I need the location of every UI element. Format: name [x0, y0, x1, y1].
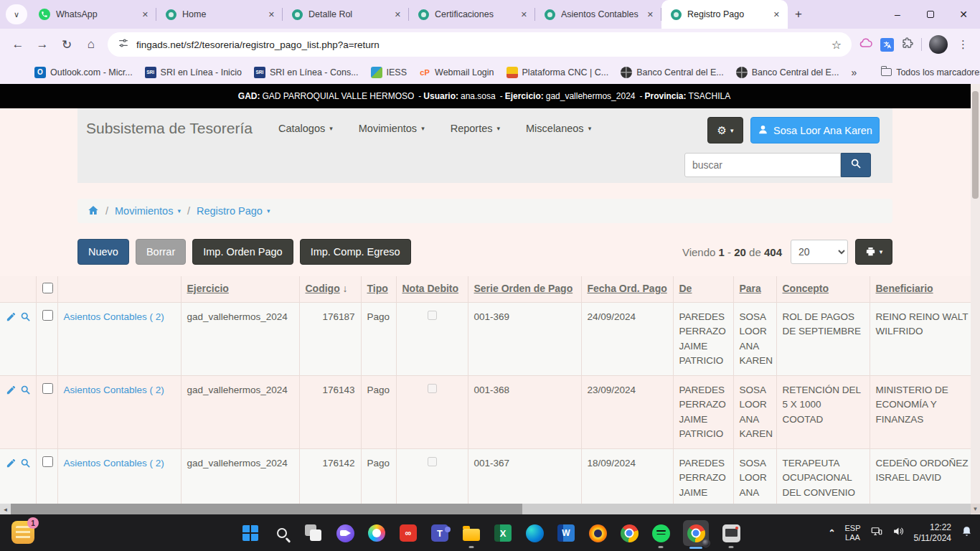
tab-close-icon[interactable]: ✕	[140, 9, 151, 20]
search-button[interactable]	[841, 153, 871, 177]
translate-icon[interactable]	[880, 38, 894, 52]
url-bar[interactable]: fingads.net/sf2/tesoreria/registro_pago_…	[108, 32, 852, 57]
forward-button[interactable]: →	[30, 32, 55, 57]
edit-icon[interactable]	[6, 311, 17, 326]
language-indicator[interactable]: ESP LAA	[844, 524, 860, 542]
copilot-button[interactable]	[367, 524, 386, 542]
word-button[interactable]: W	[557, 524, 575, 542]
breadcrumb-movimientos[interactable]: Movimientos▾	[115, 205, 181, 217]
menu-movimientos[interactable]: Movimientos▾	[359, 123, 425, 134]
header-ejercicio[interactable]: Ejercicio	[181, 276, 299, 303]
user-account-button[interactable]: Sosa Loor Ana Karen	[750, 117, 880, 143]
menu-catalogos[interactable]: Catalogos▾	[278, 123, 333, 134]
header-tipo[interactable]: Tipo	[361, 276, 396, 303]
edit-icon[interactable]	[6, 458, 17, 473]
bookmark-webmail[interactable]: cPWebmail Login	[419, 67, 494, 78]
row-checkbox[interactable]	[42, 456, 53, 467]
nuevo-button[interactable]: Nuevo	[77, 239, 129, 265]
new-tab-button[interactable]: +	[788, 0, 809, 29]
vertical-scrollbar-thumb[interactable]	[972, 91, 979, 199]
spotify-button[interactable]	[651, 524, 670, 542]
bookmark-star-icon[interactable]: ☆	[831, 38, 842, 52]
tab-close-icon[interactable]: ✕	[645, 9, 656, 20]
extensions-puzzle-icon[interactable]	[901, 37, 914, 52]
search-input[interactable]	[684, 153, 841, 177]
notification-bell-icon[interactable]	[961, 525, 973, 540]
bookmarks-overflow-icon[interactable]: »	[851, 67, 857, 78]
volume-icon[interactable]	[892, 525, 905, 540]
scroll-left-arrow-icon[interactable]: ◂	[0, 504, 11, 514]
header-codigo[interactable]: Codigo ↓	[299, 276, 361, 303]
file-explorer-button[interactable]	[462, 524, 481, 542]
experiment-cloud-icon[interactable]	[859, 36, 873, 53]
tab-home[interactable]: Home ✕	[156, 0, 283, 29]
page-size-select[interactable]: 20	[791, 240, 848, 264]
view-icon[interactable]	[20, 458, 31, 473]
adobe-acrobat-button[interactable]: ∞	[399, 524, 418, 542]
horizontal-scrollbar[interactable]: ◂	[0, 504, 971, 514]
scroll-down-arrow-icon[interactable]: ▼	[971, 504, 980, 514]
tab-whatsapp[interactable]: WhatsApp ✕	[30, 0, 156, 29]
bookmark-cnc[interactable]: Plataforma CNC | C...	[507, 67, 609, 78]
edit-icon[interactable]	[6, 385, 17, 400]
home-icon[interactable]	[88, 204, 99, 218]
home-button[interactable]: ⌂	[79, 32, 103, 57]
tab-close-icon[interactable]: ✕	[266, 9, 277, 20]
asientos-contables-link[interactable]: Asientos Contables ( 2)	[64, 458, 164, 468]
back-button[interactable]: ←	[6, 32, 30, 57]
view-icon[interactable]	[20, 311, 31, 326]
tab-close-icon[interactable]: ✕	[392, 9, 403, 20]
select-all-checkbox[interactable]	[42, 283, 53, 293]
reload-button[interactable]: ↻	[55, 32, 79, 57]
header-nota-debito[interactable]: Nota Debito	[396, 276, 468, 303]
tab-search-chevron-icon[interactable]: ∨	[6, 4, 27, 24]
asientos-contables-link[interactable]: Asientos Contables ( 2)	[64, 385, 164, 395]
tab-detalle-rol[interactable]: Detalle Rol ✕	[283, 0, 409, 29]
task-view-button[interactable]	[304, 524, 323, 542]
chrome-button[interactable]	[620, 524, 639, 542]
browser-menu-icon[interactable]: ⋮	[955, 38, 971, 51]
borrar-button[interactable]: Borrar	[136, 239, 186, 265]
excel-button[interactable]: X	[494, 524, 512, 542]
bookmark-banco-central-2[interactable]: Banco Central del E...	[736, 67, 839, 78]
maximize-button[interactable]	[914, 0, 947, 29]
network-icon[interactable]	[870, 525, 883, 541]
profile-avatar[interactable]	[929, 35, 948, 54]
header-de[interactable]: De	[673, 276, 733, 303]
edge-button[interactable]	[525, 524, 544, 542]
bookmark-sri-inicio[interactable]: SRISRI en Línea - Inicio	[145, 67, 242, 78]
header-para[interactable]: Para	[733, 276, 776, 303]
header-beneficiario[interactable]: Beneficiario	[870, 276, 971, 303]
header-serie[interactable]: Serie Orden de Pago	[468, 276, 581, 303]
taskbar-search-button[interactable]	[273, 524, 291, 542]
vertical-scrollbar[interactable]: ▼	[971, 84, 980, 514]
header-fecha[interactable]: Fecha Ord. Pago	[581, 276, 673, 303]
url-text[interactable]: fingads.net/sf2/tesoreria/registro_pago_…	[136, 39, 831, 50]
print-button[interactable]: ▾	[855, 239, 892, 265]
tab-close-icon[interactable]: ✕	[771, 9, 782, 20]
settings-gear-button[interactable]: ⚙▾	[707, 117, 743, 143]
tab-registro-pago-active[interactable]: Registro Pago ✕	[661, 0, 788, 29]
clock[interactable]: 12:22 5/11/2024	[914, 522, 952, 544]
remote-app-button[interactable]	[722, 524, 740, 542]
all-bookmarks-folder[interactable]: Todos los marcadores	[881, 67, 980, 77]
chrome-active-button[interactable]	[683, 520, 709, 546]
tray-chevron-icon[interactable]: ⌃	[828, 528, 835, 538]
row-checkbox[interactable]	[42, 383, 53, 394]
site-info-icon[interactable]	[118, 37, 129, 52]
view-icon[interactable]	[20, 385, 31, 400]
firefox-button[interactable]	[588, 524, 607, 542]
widgets-button[interactable]: 1	[11, 521, 34, 544]
tab-close-icon[interactable]: ✕	[519, 9, 529, 20]
bookmark-banco-central-1[interactable]: Banco Central del E...	[621, 67, 724, 78]
imp-orden-pago-button[interactable]: Imp. Orden Pago	[192, 239, 293, 265]
minimize-button[interactable]: –	[881, 0, 914, 29]
start-button[interactable]	[241, 524, 260, 542]
tab-asientos-contables[interactable]: Asientos Contables ✕	[535, 0, 661, 29]
close-window-button[interactable]: ✕	[947, 0, 980, 29]
menu-miscelaneos[interactable]: Miscelaneos▾	[526, 123, 591, 134]
bookmark-sri-consultas[interactable]: SRISRI en Línea - Cons...	[254, 67, 359, 78]
imp-comp-egreso-button[interactable]: Imp. Comp. Egreso	[300, 239, 411, 265]
tab-certificaciones[interactable]: Certificaciones ✕	[409, 0, 535, 29]
teams-button[interactable]: T	[430, 524, 449, 542]
